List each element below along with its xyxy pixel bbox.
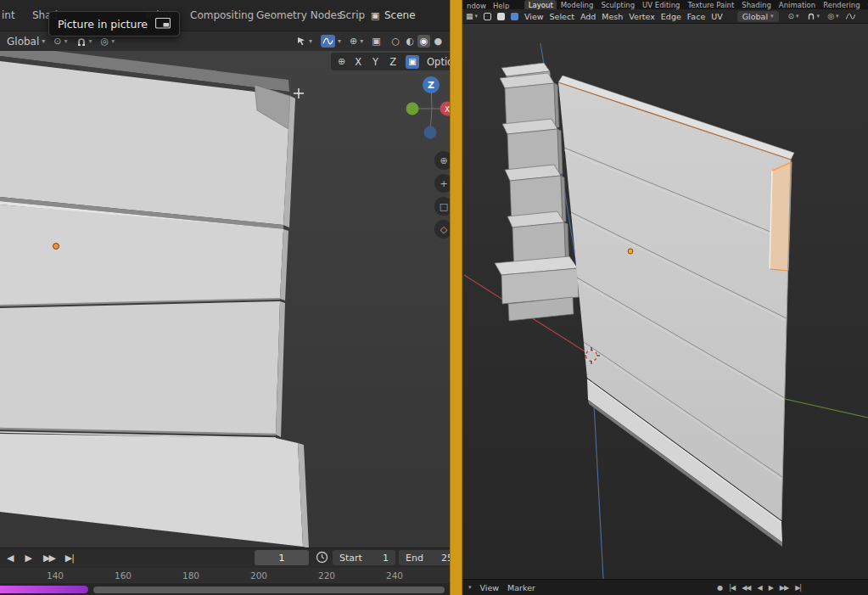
snap-dropdown[interactable]: ▾ <box>76 36 92 47</box>
chevron-down-icon: ▾ <box>770 13 774 20</box>
workspace-tab-uv-editing[interactable]: UV Editing <box>639 0 684 9</box>
snap-active-icon[interactable]: ▣ <box>406 55 419 69</box>
menu-help[interactable]: Help <box>490 2 512 9</box>
play-reverse-button[interactable]: ◀ <box>758 584 762 592</box>
proportional-editing-dropdown[interactable]: ◎ ▾ <box>827 13 838 20</box>
workspace-tab-rendering[interactable]: Rendering <box>820 0 864 9</box>
camera-view-button[interactable]: □ <box>434 197 450 216</box>
tooltip: Picture in picture <box>48 11 180 36</box>
scene-selector[interactable]: Scene <box>384 9 416 21</box>
chevron-down-icon[interactable]: ▾ <box>468 584 472 591</box>
right-3d-viewport[interactable] <box>462 24 868 579</box>
navigation-gizmo[interactable]: Z X <box>397 71 450 149</box>
play-reverse-button[interactable]: ◀ <box>7 553 14 564</box>
workspace-tab-compositing[interactable]: Compositing <box>190 9 254 21</box>
snap-dropdown[interactable]: ▾ <box>807 12 820 20</box>
options-dropdown[interactable]: Option <box>427 56 450 68</box>
mode-icon-active[interactable] <box>511 13 518 20</box>
jump-to-start-button[interactable]: |◀ <box>729 584 735 592</box>
timeline-ruler[interactable]: 140 160 180 200 220 240 <box>0 568 450 583</box>
falloff-dropdown[interactable]: ▾ <box>321 35 341 48</box>
menu-view[interactable]: View <box>480 583 500 592</box>
workspace-tab-texture-paint[interactable]: Texture Paint <box>684 0 738 9</box>
menu-vertex[interactable]: Vertex <box>629 12 655 21</box>
axis-toggle-x[interactable]: X <box>353 56 363 68</box>
play-button[interactable]: ▶ <box>25 553 31 564</box>
move-view-button[interactable]: + <box>434 174 450 193</box>
end-value: 25 <box>441 553 450 564</box>
menu-uv[interactable]: UV <box>711 12 722 21</box>
siding-object[interactable] <box>0 51 309 547</box>
menu-edge[interactable]: Edge <box>661 12 681 21</box>
shading-wireframe-button[interactable]: ○ <box>389 35 403 48</box>
select-tool-dropdown[interactable]: ▾ <box>297 36 312 46</box>
shading-material-button[interactable]: ◉ <box>417 35 431 48</box>
axis-toggle-y[interactable]: Y <box>371 56 380 68</box>
workspace-tab-scripting[interactable]: Scrip <box>339 9 365 21</box>
menu-select[interactable]: Select <box>550 12 574 21</box>
pivot-point-dropdown[interactable]: ⊙ ▾ <box>788 13 799 20</box>
perspective-toggle-button[interactable]: ◇ <box>434 220 450 239</box>
wall-object[interactable] <box>558 76 794 547</box>
gizmo-icon: ⊕ <box>350 36 357 46</box>
mode-icon-outline[interactable] <box>484 13 491 20</box>
editor-type-icon: ▦ <box>466 13 473 20</box>
workspace-tab-layout[interactable]: Layout <box>524 0 557 9</box>
menu-view[interactable]: View <box>524 12 544 21</box>
menu-mesh[interactable]: Mesh <box>602 12 623 21</box>
jump-to-end-button[interactable]: ▶| <box>65 553 74 564</box>
menu-marker[interactable]: Marker <box>507 583 535 592</box>
orientation-label: Global <box>742 12 768 21</box>
left-3d-viewport[interactable] <box>0 51 450 547</box>
menu-window[interactable]: ndow <box>463 2 490 9</box>
play-button[interactable]: ▶ <box>769 584 773 592</box>
gizmos-dropdown[interactable]: ⊕ ▾ <box>350 36 363 46</box>
orientation-dropdown[interactable]: Global ▾ <box>7 36 45 48</box>
frame-start-field[interactable]: Start 1 <box>333 550 395 565</box>
gizmo-y-axis-ball[interactable] <box>406 103 419 115</box>
frame-end-field[interactable]: End 25 <box>399 550 450 565</box>
falloff-curve-icon[interactable] <box>845 12 856 20</box>
workspace-tab-shading[interactable]: Shading <box>738 0 776 9</box>
workspace-tab-animation[interactable]: Animation <box>775 0 819 9</box>
workspace-tab-geometry-nodes[interactable]: Geometry Nodes <box>256 9 342 21</box>
scene-icon: ▣ <box>371 10 379 21</box>
blender-window-left: int Shad ering Compositing Geometry Node… <box>0 0 450 595</box>
window-divider[interactable] <box>450 0 462 595</box>
overlays-toggle[interactable]: ▣ <box>372 36 380 46</box>
proportional-editing-dropdown[interactable]: ◎ ▾ <box>101 36 115 46</box>
mode-icon-solid[interactable] <box>497 13 505 20</box>
workspace-tab-sculpting[interactable]: Sculpting <box>597 0 639 9</box>
next-keyframe-button[interactable]: ▶▶ <box>43 553 54 564</box>
camera-icon: □ <box>440 201 448 212</box>
shading-rendered-button[interactable]: ● <box>431 35 445 48</box>
record-button[interactable]: ● <box>717 584 722 592</box>
menu-face[interactable]: Face <box>687 12 705 21</box>
menu-add[interactable]: Add <box>580 12 596 21</box>
zoom-button[interactable]: ⊕ <box>434 151 450 170</box>
chevron-down-icon: ▾ <box>64 37 68 45</box>
workspace-tab-compositing[interactable]: Com <box>864 0 868 9</box>
axis-toggle-z[interactable]: Z <box>388 56 398 68</box>
jump-to-end-button[interactable]: ▶| <box>795 584 801 592</box>
object-origin-dot <box>53 244 59 250</box>
shading-solid-button[interactable]: ◐ <box>403 35 417 48</box>
editor-type-dropdown[interactable]: ▦ ▾ <box>466 13 478 20</box>
ruler-tick: 200 <box>250 570 267 581</box>
right-menubar: ndow Help Layout Modeling Sculpting UV E… <box>462 0 868 9</box>
gizmo-z-minus-ball[interactable] <box>424 126 437 139</box>
playback-clock-icon[interactable] <box>316 551 328 564</box>
perspective-icon: ◇ <box>440 224 447 235</box>
workspace-tab-modeling[interactable]: Modeling <box>557 0 597 9</box>
timeline-scrollbar[interactable] <box>93 587 445 593</box>
chevron-down-icon: ▾ <box>89 37 92 45</box>
prev-keyframe-button[interactable]: ◀◀ <box>742 584 750 592</box>
start-label: Start <box>339 553 362 564</box>
current-frame-field[interactable]: 1 <box>255 550 309 565</box>
falloff-curve-icon <box>321 35 335 48</box>
chevron-down-icon: ▾ <box>360 37 363 45</box>
orientation-dropdown[interactable]: Global ▾ <box>737 11 779 22</box>
pivot-point-dropdown[interactable]: ⊙ ▾ <box>53 36 67 46</box>
next-keyframe-button[interactable]: ▶▶ <box>780 584 788 592</box>
workspace-tab-paint[interactable]: int <box>2 9 15 21</box>
